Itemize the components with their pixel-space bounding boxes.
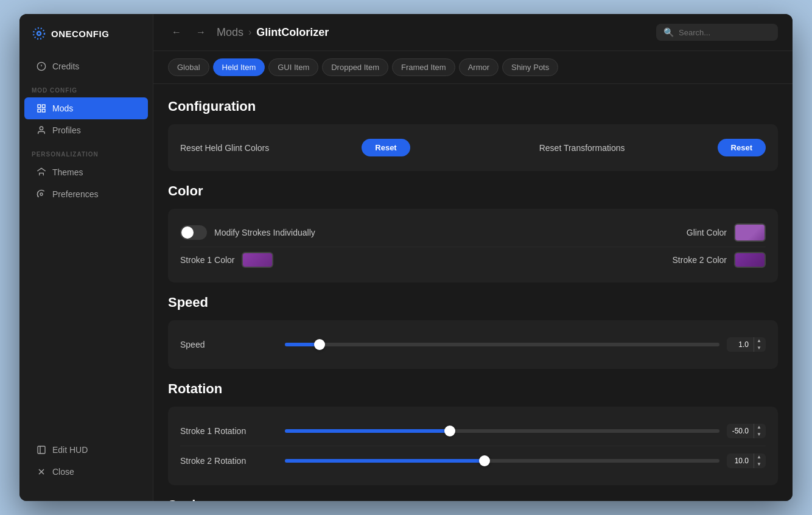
tab-armor[interactable]: Armor <box>459 58 499 76</box>
speed-card: Speed 1.0 ▲ ▼ <box>168 320 778 369</box>
sidebar-item-profiles[interactable]: Profiles <box>24 119 148 141</box>
stroke2-color-swatch[interactable] <box>734 252 766 268</box>
stroke1-rotation-down-arrow[interactable]: ▼ <box>754 431 764 438</box>
stroke2-rotation-fill <box>285 459 485 463</box>
glint-color-wrap: Glint Color <box>687 223 766 242</box>
stroke-colors-row: Stroke 1 Color Stroke 2 Color <box>180 247 766 273</box>
svg-point-1 <box>33 28 44 39</box>
stroke2-rotation-value: 10.0 <box>727 454 754 468</box>
rotation-card: Stroke 1 Rotation -50.0 ▲ ▼ <box>168 407 778 485</box>
speed-title: Speed <box>168 295 778 310</box>
profiles-label: Profiles <box>52 125 81 135</box>
svg-rect-8 <box>42 109 45 112</box>
reset-transforms-label: Reset Transformations <box>539 143 625 153</box>
color-title: Color <box>168 183 778 199</box>
tab-held-item[interactable]: Held Item <box>213 58 265 76</box>
svg-rect-6 <box>42 105 45 108</box>
credits-icon <box>37 61 46 71</box>
forward-button[interactable]: → <box>192 24 209 41</box>
stroke1-rotation-thumb[interactable] <box>444 426 455 436</box>
sidebar-item-mods[interactable]: Mods <box>24 97 148 119</box>
sidebar-item-close[interactable]: Close <box>24 461 148 483</box>
scale-title: Scale <box>168 497 778 501</box>
configuration-title: Configuration <box>168 99 778 114</box>
reset-glint-button[interactable]: Reset <box>362 139 410 156</box>
stroke1-rotation-label: Stroke 1 Rotation <box>180 426 278 436</box>
svg-point-9 <box>40 127 43 130</box>
themes-label: Themes <box>52 167 83 177</box>
mods-icon <box>37 103 46 113</box>
breadcrumb-current: GlintColorizer <box>256 26 329 39</box>
tab-global[interactable]: Global <box>168 58 209 76</box>
header: ← → Mods › GlintColorizer 🔍 <box>153 14 793 51</box>
stroke1-rotation-fill <box>285 429 450 433</box>
stroke1-rotation-track[interactable] <box>285 429 719 433</box>
stroke2-rotation-value-box: 10.0 ▲ ▼ <box>727 454 766 468</box>
search-input[interactable] <box>679 28 771 37</box>
mod-config-section: MOD CONFIG <box>19 77 153 97</box>
sidebar-item-edit-hud[interactable]: Edit HUD <box>24 439 148 461</box>
logo-text: ONECONFIG <box>51 29 109 39</box>
modify-strokes-toggle[interactable] <box>180 225 207 240</box>
back-button[interactable]: ← <box>168 24 185 41</box>
profiles-icon <box>37 125 46 135</box>
stroke2-color-wrap: Stroke 2 Color <box>673 252 766 268</box>
stroke2-color-label: Stroke 2 Color <box>673 255 727 265</box>
close-icon <box>37 467 46 477</box>
stroke1-color-swatch[interactable] <box>242 252 273 268</box>
sidebar-item-preferences[interactable]: Preferences <box>24 183 148 205</box>
speed-slider-wrap <box>285 343 719 346</box>
stroke1-rotation-up-arrow[interactable]: ▲ <box>754 424 764 431</box>
app-window: ONECONFIG Credits MOD CONFIG <box>19 14 793 501</box>
configuration-card: Reset Held Glint Colors Reset Reset Tran… <box>168 124 778 171</box>
svg-rect-7 <box>38 109 41 112</box>
reset-transforms-button[interactable]: Reset <box>718 139 766 156</box>
sidebar-item-themes[interactable]: Themes <box>24 161 148 183</box>
stroke1-rotation-value: -50.0 <box>727 424 754 438</box>
reset-glint-label: Reset Held Glint Colors <box>180 143 269 153</box>
speed-label: Speed <box>180 340 278 349</box>
speed-slider-track[interactable] <box>285 343 719 346</box>
stroke1-rotation-row: Stroke 1 Rotation -50.0 ▲ ▼ <box>180 416 766 446</box>
stroke1-color-label: Stroke 1 Color <box>180 255 234 265</box>
personalization-section: PERSONALIZATION <box>19 141 153 161</box>
tab-shiny-pots[interactable]: Shiny Pots <box>502 58 558 76</box>
modify-strokes-wrap: Modify Strokes Individually <box>180 225 315 240</box>
logo-icon <box>32 26 46 41</box>
svg-rect-5 <box>38 105 41 108</box>
close-label: Close <box>52 467 74 477</box>
svg-point-10 <box>40 193 43 195</box>
sidebar-bottom: Edit HUD Close <box>19 439 153 489</box>
breadcrumb-separator: › <box>248 27 251 38</box>
preferences-label: Preferences <box>52 189 98 199</box>
tab-dropped-item[interactable]: Dropped Item <box>322 58 388 76</box>
breadcrumb-mods[interactable]: Mods <box>217 26 243 39</box>
sidebar-item-credits[interactable]: Credits <box>24 55 148 77</box>
speed-up-arrow[interactable]: ▲ <box>754 337 764 345</box>
speed-down-arrow[interactable]: ▼ <box>754 345 764 352</box>
stroke2-rotation-thumb[interactable] <box>479 455 490 466</box>
logo: ONECONFIG <box>19 26 153 55</box>
speed-arrows: ▲ ▼ <box>754 337 764 352</box>
glint-color-swatch[interactable] <box>734 223 766 242</box>
speed-row: Speed 1.0 ▲ ▼ <box>180 330 766 359</box>
svg-rect-11 <box>38 446 45 454</box>
tab-gui-item[interactable]: GUI Item <box>268 58 318 76</box>
content-area: Configuration Reset Held Glint Colors Re… <box>153 84 793 501</box>
toggle-knob <box>181 226 194 239</box>
svg-point-0 <box>37 32 41 35</box>
stroke2-rotation-arrows: ▲ ▼ <box>754 454 764 468</box>
stroke2-rotation-slider-wrap <box>285 459 719 463</box>
speed-slider-thumb[interactable] <box>314 339 325 350</box>
edit-hud-icon <box>37 445 46 455</box>
stroke2-rotation-track[interactable] <box>285 459 719 463</box>
stroke2-rotation-up-arrow[interactable]: ▲ <box>754 454 764 461</box>
tab-framed-item[interactable]: Framed Item <box>392 58 455 76</box>
mods-label: Mods <box>52 103 73 113</box>
search-box: 🔍 <box>656 24 778 41</box>
stroke1-rotation-slider-wrap <box>285 429 719 433</box>
stroke2-rotation-down-arrow[interactable]: ▼ <box>754 461 764 468</box>
rotation-title: Rotation <box>168 381 778 397</box>
speed-value-box: 1.0 ▲ ▼ <box>727 337 766 352</box>
stroke1-rotation-value-box: -50.0 ▲ ▼ <box>727 424 766 438</box>
